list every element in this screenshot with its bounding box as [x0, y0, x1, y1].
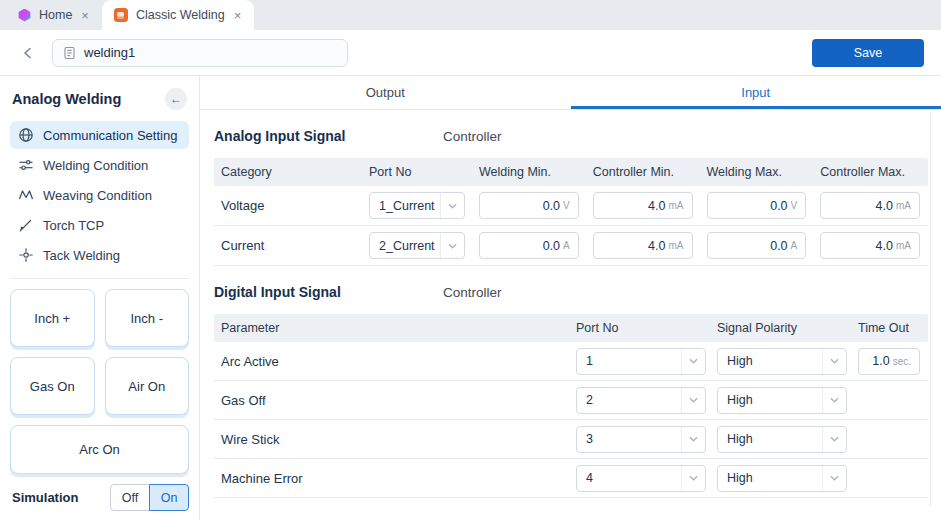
digital-row-machine-error: Machine Error 4 High	[214, 459, 928, 498]
welding-max-input[interactable]: 0.0 V	[707, 192, 807, 219]
controller-max-input[interactable]: 4.0 mA	[820, 232, 920, 259]
analog-controller-label: Controller	[443, 129, 502, 144]
welding-max-input[interactable]: 0.0 A	[707, 232, 807, 259]
chevron-down-icon	[681, 466, 705, 491]
sidebar-item-label: Torch TCP	[43, 218, 104, 233]
col-time-out: Time Out	[858, 321, 920, 335]
document-icon	[63, 46, 76, 60]
port-no-select[interactable]: 1	[576, 348, 706, 375]
scrollbar-track	[930, 112, 931, 506]
tab-output[interactable]: Output	[200, 76, 571, 109]
simulation-off-button[interactable]: Off	[110, 484, 150, 511]
chevron-down-icon	[822, 427, 846, 452]
unit-label: mA	[896, 240, 911, 251]
port-no-select[interactable]: 2_Current	[369, 232, 465, 259]
tab-input[interactable]: Input	[571, 76, 941, 109]
program-name-value: welding1	[84, 45, 135, 60]
col-controller-max: Controller Max.	[820, 165, 920, 179]
tack-weld-icon	[18, 247, 34, 263]
unit-label: mA	[896, 200, 911, 211]
parameter-label: Arc Active	[221, 354, 341, 369]
tab-classic-welding[interactable]: Classic Welding ×	[102, 0, 254, 30]
row-category-label: Current	[221, 238, 355, 253]
simulation-row: Simulation Off On	[10, 474, 189, 511]
welding-min-input[interactable]: 0.0 V	[479, 192, 579, 219]
port-no-select[interactable]: 3	[576, 426, 706, 453]
arc-on-button[interactable]: Arc On	[10, 425, 189, 474]
time-out-input[interactable]: 1.0 sec.	[858, 348, 920, 375]
signal-polarity-select[interactable]: High	[717, 348, 847, 375]
home-icon	[18, 9, 31, 22]
col-controller-min: Controller Min.	[593, 165, 693, 179]
chevron-down-icon	[681, 349, 705, 374]
unit-label: mA	[669, 200, 684, 211]
close-icon[interactable]: ×	[233, 9, 243, 22]
port-no-select[interactable]: 1_Current	[369, 192, 465, 219]
signal-polarity-select[interactable]: High	[717, 465, 847, 492]
col-category: Category	[221, 165, 355, 179]
controller-min-input[interactable]: 4.0 mA	[593, 232, 693, 259]
sidebar-item-label: Weaving Condition	[43, 188, 152, 203]
parameter-label: Gas Off	[221, 393, 341, 408]
chevron-down-icon	[681, 388, 705, 413]
col-welding-min: Welding Min.	[479, 165, 579, 179]
sidebar-item-welding-condition[interactable]: Welding Condition	[10, 151, 189, 179]
close-icon[interactable]: ×	[80, 9, 90, 22]
chevron-down-icon	[681, 427, 705, 452]
toolbar: welding1 Save	[0, 30, 941, 76]
col-port-no: Port No	[369, 165, 465, 179]
zigzag-wave-icon	[18, 187, 34, 203]
sidebar-item-weaving-condition[interactable]: Weaving Condition	[10, 181, 189, 209]
gas-on-button[interactable]: Gas On	[10, 357, 95, 415]
sidebar-divider	[10, 278, 189, 279]
inch-plus-button[interactable]: Inch +	[10, 289, 95, 347]
sidebar-item-label: Welding Condition	[43, 158, 148, 173]
digital-table-header: Parameter Port No Signal Polarity Time O…	[214, 314, 928, 342]
sidebar-title: Analog Welding	[12, 91, 121, 107]
port-no-select[interactable]: 4	[576, 465, 706, 492]
signal-polarity-select[interactable]: High	[717, 387, 847, 414]
digital-row-gas-off: Gas Off 2 High	[214, 381, 928, 420]
unit-label: mA	[669, 240, 684, 251]
tab-classic-welding-label: Classic Welding	[136, 8, 225, 22]
sidebar-item-torch-tcp[interactable]: Torch TCP	[10, 211, 189, 239]
analog-input-signal-title: Analog Input Signal	[214, 128, 443, 144]
sidebar-item-tack-welding[interactable]: Tack Welding	[10, 241, 189, 269]
globe-icon	[18, 127, 34, 143]
parameter-label: Machine Error	[221, 471, 341, 486]
analog-row-current: Current 2_Current 0.0 A 4.0 mA 0.0 A	[214, 226, 928, 266]
controller-max-input[interactable]: 4.0 mA	[820, 192, 920, 219]
unit-label: A	[791, 240, 798, 251]
simulation-on-button[interactable]: On	[149, 484, 189, 511]
air-on-button[interactable]: Air On	[105, 357, 190, 415]
program-name-input[interactable]: welding1	[52, 39, 348, 67]
inch-minus-button[interactable]: Inch -	[105, 289, 190, 347]
tab-home[interactable]: Home ×	[6, 0, 102, 30]
simulation-label: Simulation	[10, 490, 78, 505]
digital-input-signal-title: Digital Input Signal	[214, 284, 443, 300]
io-tabs: Output Input	[200, 76, 941, 110]
simulation-segmented-control: Off On	[110, 484, 189, 511]
torch-pen-icon	[18, 217, 34, 233]
chevron-down-icon	[440, 233, 464, 258]
sidebar-item-label: Communication Setting	[43, 128, 177, 143]
chevron-down-icon	[822, 349, 846, 374]
digital-row-wire-stick: Wire Stick 3 High	[214, 420, 928, 459]
sidebar-item-communication-setting[interactable]: Communication Setting	[10, 121, 189, 149]
col-signal-polarity: Signal Polarity	[717, 321, 847, 335]
unit-label: V	[791, 200, 798, 211]
row-category-label: Voltage	[221, 198, 355, 213]
back-button[interactable]	[17, 42, 39, 64]
unit-label: V	[563, 200, 570, 211]
signal-polarity-select[interactable]: High	[717, 426, 847, 453]
digital-row-arc-active: Arc Active 1 High 1.0 sec.	[214, 342, 928, 381]
chevron-down-icon	[822, 466, 846, 491]
sidebar: Analog Welding ← Communication Setting W…	[0, 76, 200, 520]
chevron-down-icon	[440, 193, 464, 218]
port-no-select[interactable]: 2	[576, 387, 706, 414]
sidebar-collapse-button[interactable]: ←	[165, 88, 187, 110]
welding-min-input[interactable]: 0.0 A	[479, 232, 579, 259]
analog-table-header: Category Port No Welding Min. Controller…	[214, 158, 928, 186]
controller-min-input[interactable]: 4.0 mA	[593, 192, 693, 219]
save-button[interactable]: Save	[812, 39, 924, 67]
